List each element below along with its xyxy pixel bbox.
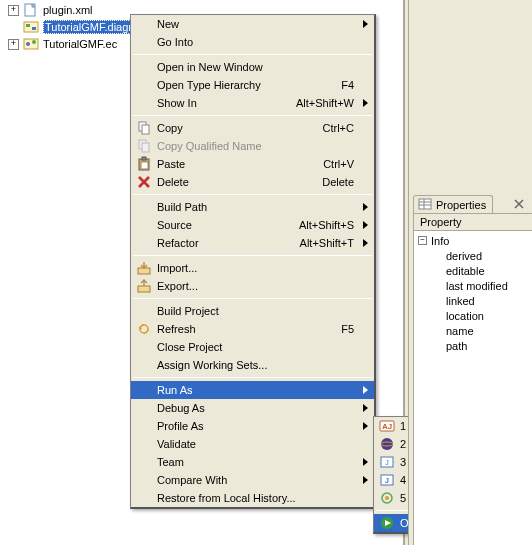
- menu-close-project[interactable]: Close Project: [131, 338, 374, 356]
- collapse-icon[interactable]: −: [418, 236, 427, 245]
- submenu-arrow-icon: [363, 221, 368, 229]
- menu-label: Build Path: [157, 201, 354, 213]
- separator: [133, 298, 372, 299]
- close-view-icon[interactable]: [512, 197, 526, 211]
- menu-copy-qualified[interactable]: Copy Qualified Name: [131, 137, 374, 155]
- props-label: location: [446, 310, 484, 322]
- properties-tree: − Info derived editable last modified li…: [414, 231, 532, 353]
- separator: [133, 194, 372, 195]
- menu-assign-working-sets[interactable]: Assign Working Sets...: [131, 356, 374, 374]
- menu-paste[interactable]: Paste Ctrl+V: [131, 155, 374, 173]
- props-item-name[interactable]: name: [418, 323, 532, 338]
- separator: [133, 115, 372, 116]
- menu-open-type-hierarchy[interactable]: Open Type Hierarchy F4: [131, 76, 374, 94]
- blank-icon: [135, 472, 153, 488]
- menu-label: Build Project: [157, 305, 354, 317]
- menu-build-path[interactable]: Build Path: [131, 198, 374, 216]
- menu-label: Validate: [157, 438, 354, 450]
- menu-profile-as[interactable]: Profile As: [131, 417, 374, 435]
- menu-refactor[interactable]: Refactor Alt+Shift+T: [131, 234, 374, 252]
- menu-label: Open Type Hierarchy: [157, 79, 331, 91]
- menu-restore-local-history[interactable]: Restore from Local History...: [131, 489, 374, 507]
- java-applet-icon: J: [378, 454, 396, 470]
- menu-refresh[interactable]: Refresh F5: [131, 320, 374, 338]
- paste-icon: [135, 156, 153, 172]
- props-item-editable[interactable]: editable: [418, 263, 532, 278]
- properties-tab[interactable]: Properties: [413, 195, 493, 213]
- delete-icon: [135, 174, 153, 190]
- props-item-location[interactable]: location: [418, 308, 532, 323]
- props-item-derived[interactable]: derived: [418, 248, 532, 263]
- properties-body: Property − Info derived editable last mo…: [413, 213, 532, 545]
- menu-compare-with[interactable]: Compare With: [131, 471, 374, 489]
- blank-icon: [135, 217, 153, 233]
- menu-delete[interactable]: Delete Delete: [131, 173, 374, 191]
- separator: [133, 54, 372, 55]
- menu-new[interactable]: New: [131, 15, 374, 33]
- props-label: linked: [446, 295, 475, 307]
- separator: [133, 377, 372, 378]
- menu-label: Export...: [157, 280, 354, 292]
- props-label: Info: [431, 235, 449, 247]
- blank-icon: [135, 400, 153, 416]
- menu-label: Copy Qualified Name: [157, 140, 354, 152]
- separator: [133, 255, 372, 256]
- menu-label: Paste: [157, 158, 313, 170]
- menu-team[interactable]: Team: [131, 453, 374, 471]
- menu-go-into[interactable]: Go Into: [131, 33, 374, 51]
- svg-point-6: [32, 40, 36, 44]
- menu-source[interactable]: Source Alt+Shift+S: [131, 216, 374, 234]
- menu-accel: Alt+Shift+T: [290, 237, 354, 249]
- submenu-arrow-icon: [363, 239, 368, 247]
- props-label: name: [446, 325, 474, 337]
- svg-rect-27: [419, 199, 431, 209]
- menu-label: Open in New Window: [157, 61, 354, 73]
- blank-icon: [135, 382, 153, 398]
- tree-label: TutorialGMF.ec: [43, 38, 117, 50]
- blank-icon: [135, 16, 153, 32]
- svg-point-5: [26, 42, 30, 46]
- menu-run-as[interactable]: Run As: [131, 381, 374, 399]
- blank-icon: [135, 34, 153, 50]
- menu-debug-as[interactable]: Debug As: [131, 399, 374, 417]
- svg-text:J: J: [385, 459, 389, 466]
- props-item-path[interactable]: path: [418, 338, 532, 353]
- ecore-file-icon: [23, 36, 39, 52]
- expand-icon[interactable]: +: [8, 39, 19, 50]
- submenu-arrow-icon: [363, 99, 368, 107]
- menu-show-in[interactable]: Show In Alt+Shift+W: [131, 94, 374, 112]
- menu-label: Close Project: [157, 341, 354, 353]
- svg-text:J: J: [385, 477, 389, 484]
- menu-label: Assign Working Sets...: [157, 359, 354, 371]
- props-item-linked[interactable]: linked: [418, 293, 532, 308]
- blank-icon: [135, 339, 153, 355]
- props-item-last-modified[interactable]: last modified: [418, 278, 532, 293]
- expand-icon[interactable]: +: [8, 5, 19, 16]
- blank-icon: [135, 59, 153, 75]
- svg-rect-3: [32, 27, 36, 30]
- menu-label: Copy: [157, 122, 313, 134]
- menu-label: Go Into: [157, 36, 354, 48]
- props-label: last modified: [446, 280, 508, 292]
- menu-validate[interactable]: Validate: [131, 435, 374, 453]
- svg-rect-12: [142, 157, 146, 160]
- java-app-icon: J: [378, 472, 396, 488]
- blank-icon: [135, 303, 153, 319]
- properties-icon: [418, 197, 432, 213]
- menu-export[interactable]: Export...: [131, 277, 374, 295]
- menu-build-project[interactable]: Build Project: [131, 302, 374, 320]
- menu-open-new-window[interactable]: Open in New Window: [131, 58, 374, 76]
- export-icon: [135, 278, 153, 294]
- tab-label: Properties: [436, 199, 486, 211]
- props-label: editable: [446, 265, 485, 277]
- menu-import[interactable]: Import...: [131, 259, 374, 277]
- menu-label: Import...: [157, 262, 354, 274]
- menu-label: Team: [157, 456, 354, 468]
- menu-label: Profile As: [157, 420, 354, 432]
- menu-label: Restore from Local History...: [157, 492, 354, 504]
- submenu-arrow-icon: [363, 458, 368, 466]
- menu-copy[interactable]: Copy Ctrl+C: [131, 119, 374, 137]
- diagram-file-icon: [23, 19, 39, 35]
- properties-column-header[interactable]: Property: [414, 214, 532, 231]
- props-root-info[interactable]: − Info: [418, 233, 532, 248]
